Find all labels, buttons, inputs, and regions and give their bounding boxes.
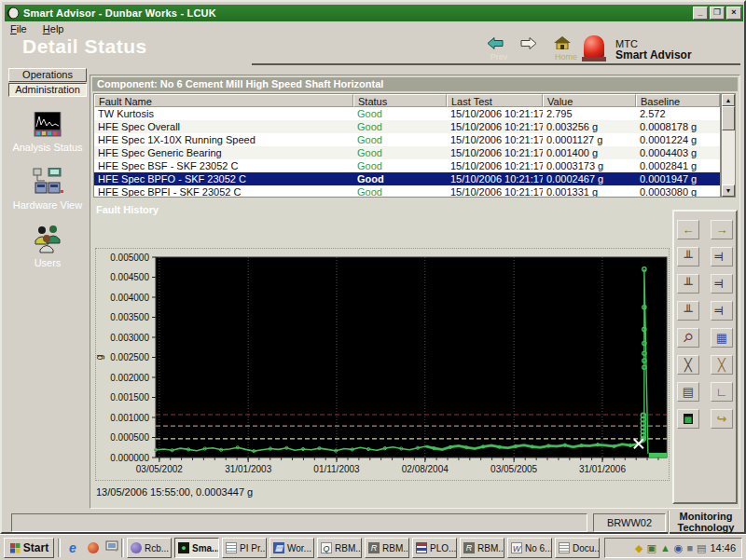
internet-explorer-icon[interactable]: e xyxy=(65,540,80,555)
scroll-thumb[interactable] xyxy=(722,106,735,130)
forward-nav-button[interactable] xyxy=(520,37,537,51)
table-scrollbar[interactable]: ▲ ▼ xyxy=(721,93,736,198)
sidebar-item-analysis-status[interactable]: Analysis Status xyxy=(7,112,88,153)
word-task-icon: W xyxy=(511,542,522,553)
task-label: RBM... xyxy=(382,543,409,553)
svg-text:02/08/2004: 02/08/2004 xyxy=(402,464,449,474)
taskbar-task-rbm[interactable]: RRBM... xyxy=(460,538,504,558)
show-desktop-icon[interactable] xyxy=(104,540,119,555)
menu-file[interactable]: File xyxy=(10,23,27,34)
x-autoscale-button[interactable]: ╨ xyxy=(677,247,699,266)
table-row[interactable]: HFE Spec BPFO - SKF 23052 CGood15/10/200… xyxy=(94,172,720,185)
cell: 0.0001127 g xyxy=(543,133,636,146)
table-row[interactable]: HFE Spec 1X-10X Running SpeedGood15/10/2… xyxy=(94,133,720,146)
x-expand-button[interactable]: ╨ xyxy=(677,301,699,321)
sidebar-tab-administration[interactable]: Administration xyxy=(8,83,87,97)
plo-task-icon xyxy=(416,542,427,553)
sidebar-tab-operations[interactable]: Operations xyxy=(8,68,87,82)
table-row[interactable]: HFE Spec OverallGood15/10/2006 10:21:170… xyxy=(94,120,720,133)
cell: 15/10/2006 10:21:17 xyxy=(447,185,543,198)
svg-text:0.000000: 0.000000 xyxy=(110,453,149,463)
desktop-icon xyxy=(105,540,118,553)
doc-task-icon xyxy=(226,542,237,553)
network-tray-icon[interactable]: ◉ xyxy=(674,542,684,554)
taskbar-task-plo[interactable]: PLO... xyxy=(412,538,457,558)
sidebar-item-hardware-view[interactable]: Hardware View xyxy=(7,168,88,211)
prev-point-button[interactable]: ← xyxy=(677,220,699,239)
stack-button[interactable]: ∟ xyxy=(711,382,733,402)
report-button[interactable]: ▤ xyxy=(677,382,699,402)
col-baseline[interactable]: Baseline xyxy=(636,94,720,107)
table-row[interactable]: TW KurtosisGood15/10/2006 10:21:172.7952… xyxy=(94,107,720,120)
fault-history-title: Fault History xyxy=(96,204,159,215)
printer-tray-icon[interactable]: ▤ xyxy=(697,542,706,554)
taskbar-task-rcb[interactable]: Rcb... xyxy=(127,538,172,558)
svg-text:0.004000: 0.004000 xyxy=(110,293,149,303)
col-last-test[interactable]: Last Test xyxy=(447,94,543,107)
home-nav-button[interactable]: Home xyxy=(554,36,578,61)
status-bar xyxy=(11,513,587,532)
spectrum-button[interactable]: ▅ xyxy=(677,409,699,429)
col-fault-name[interactable]: Fault Name xyxy=(94,94,353,107)
svg-text:03/05/2005: 03/05/2005 xyxy=(490,464,537,474)
host-name: BRWW02 xyxy=(593,513,666,532)
trend-plot[interactable]: 0.0000000.0005000.0010000.0015000.002000… xyxy=(96,249,669,480)
y-compress-button[interactable]: ╨ xyxy=(711,274,733,294)
pen-tray-icon[interactable]: ◆ xyxy=(635,542,642,554)
taskbar-task-no6[interactable]: WNo 6... xyxy=(507,538,552,558)
key-tray-icon[interactable]: ■ xyxy=(686,542,693,553)
menu-help[interactable]: Help xyxy=(43,23,64,34)
sidebar-item-users[interactable]: Users xyxy=(7,225,88,268)
forward-arrow-icon xyxy=(520,37,537,49)
grid-options-button[interactable]: ▦ xyxy=(711,328,733,348)
svg-text:g: g xyxy=(96,355,104,361)
prev-label: Prev xyxy=(487,52,511,61)
cell: 0.001400 g xyxy=(543,146,636,159)
y-compress-icon: ╨ xyxy=(715,280,729,288)
exit-button[interactable]: ↪ xyxy=(711,409,733,429)
taskbar-task-wor[interactable]: ▦Wor... xyxy=(269,538,314,558)
col-value[interactable]: Value xyxy=(543,94,636,107)
remove-cursor-button[interactable]: ╳ xyxy=(711,355,733,375)
taskbar-task-sma[interactable]: ●Sma... xyxy=(174,538,219,558)
scroll-down-icon[interactable]: ▼ xyxy=(722,184,735,197)
add-cursor-button[interactable]: ╳ xyxy=(677,355,699,375)
close-button[interactable]: × xyxy=(726,7,741,20)
clock: 14:46 xyxy=(710,542,736,553)
prev-nav-button[interactable]: Prev xyxy=(487,37,511,61)
table-row[interactable]: HFE Spec BSF - SKF 23052 CGood15/10/2006… xyxy=(94,159,720,172)
browser-icon[interactable] xyxy=(86,540,101,555)
users-icon xyxy=(33,225,62,253)
svg-text:0.003000: 0.003000 xyxy=(110,333,149,343)
cell: Good xyxy=(353,120,447,133)
taskbar-task-pipr[interactable]: PI Pr... xyxy=(222,538,267,558)
monitoring-technology-brand: Monitoring Technology xyxy=(670,511,741,533)
maximize-button[interactable]: ❐ xyxy=(710,7,725,20)
next-point-button[interactable]: → xyxy=(711,220,733,239)
fault-history-chart[interactable]: 0.0000000.0005000.0010000.0015000.002000… xyxy=(95,248,670,481)
start-button[interactable]: Start xyxy=(4,538,54,558)
col-status[interactable]: Status xyxy=(353,94,447,107)
cell: 0.0002841 g xyxy=(636,159,720,172)
taskbar-task-rbm[interactable]: RRBM... xyxy=(365,538,409,558)
cell: 0.0003173 g xyxy=(543,159,636,172)
taskbar-task-rbm[interactable]: QRBM... xyxy=(317,538,362,558)
cell: Good xyxy=(353,133,447,146)
y-autoscale-button[interactable]: ╨ xyxy=(711,247,733,266)
table-row[interactable]: HFE Spec Generic BearingGood15/10/2006 1… xyxy=(94,146,720,159)
display-tray-icon[interactable]: ▣ xyxy=(647,542,656,554)
cell: 0.001331 g xyxy=(543,185,636,198)
minimize-button[interactable]: _ xyxy=(693,7,708,20)
scroll-up-icon[interactable]: ▲ xyxy=(722,94,735,106)
agent-tray-icon[interactable]: ▲ xyxy=(660,542,670,553)
sidebar-item-label: Hardware View xyxy=(7,199,88,211)
taskbar-task-docu[interactable]: Docu... xyxy=(555,538,600,558)
zoom-button[interactable]: ⚲ xyxy=(677,328,699,348)
sma-task-icon: ● xyxy=(178,542,189,553)
table-row[interactable]: HFE Spec BPFI - SKF 23052 CGood15/10/200… xyxy=(94,185,720,198)
cell: 15/10/2006 10:21:17 xyxy=(447,146,543,159)
alarm-indicator xyxy=(584,35,606,61)
y-expand-button[interactable]: ╨ xyxy=(711,301,733,321)
cell: HFE Spec 1X-10X Running Speed xyxy=(94,133,353,146)
x-compress-button[interactable]: ╨ xyxy=(677,274,699,294)
